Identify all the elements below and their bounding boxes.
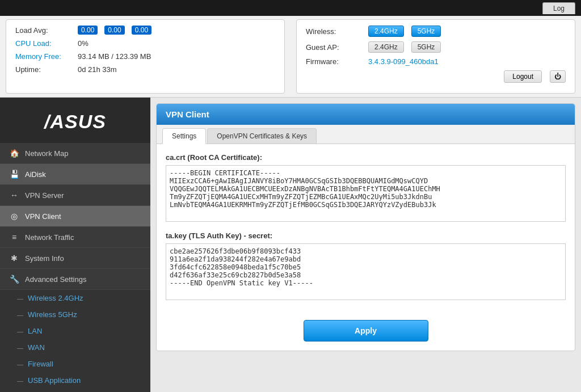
sidebar-sub-item-lan[interactable]: — LAN	[0, 323, 150, 339]
wrench-icon: 🔧	[9, 275, 19, 284]
sub-dash-icon: —	[17, 311, 23, 318]
top-bar: Log	[0, 0, 581, 16]
logout-button[interactable]: Logout	[504, 70, 542, 83]
traffic-icon: ≡	[9, 233, 19, 242]
sidebar-item-vpn-client[interactable]: ◎ VPN Client	[0, 206, 150, 227]
ca-cert-textarea[interactable]	[166, 165, 566, 222]
sidebar-sub-item-usb-application[interactable]: — USB Application	[0, 372, 150, 389]
vpn-client-icon: ◎	[9, 212, 19, 221]
cpu-row: CPU Load: 0%	[15, 39, 275, 48]
sidebar-sub-item-firewall[interactable]: — Firewall	[0, 356, 150, 372]
ta-key-label: ta.key (TLS Auth Key) - secret:	[166, 231, 566, 240]
sidebar-sub-item-label: USB Application	[28, 376, 81, 385]
guest-ap-row: Guest AP: 2.4GHz 5GHz	[306, 41, 566, 53]
sidebar-item-network-map[interactable]: 🏠 Network Map	[0, 143, 150, 164]
guest-ap-label: Guest AP:	[306, 43, 363, 52]
wireless-5-button[interactable]: 5GHz	[411, 26, 441, 37]
sidebar-item-advanced-settings[interactable]: 🔧 Advanced Settings	[0, 269, 150, 290]
apply-button[interactable]: Apply	[304, 320, 428, 342]
sidebar-sub-item-label: LAN	[28, 327, 42, 335]
content-area: VPN Client Settings OpenVPN Certificates…	[150, 98, 581, 392]
disk-icon: 💾	[9, 170, 19, 179]
content-panel: VPN Client Settings OpenVPN Certificates…	[156, 103, 575, 351]
apply-btn-wrap: Apply	[157, 311, 575, 351]
sidebar-item-system-info[interactable]: ✱ System Info	[0, 248, 150, 269]
uptime-value: 0d 21h 33m	[78, 65, 117, 74]
sidebar-sub-item-wireless-5[interactable]: — Wireless 5GHz	[0, 306, 150, 323]
sidebar-item-network-traffic[interactable]: ≡ Network Traffic	[0, 227, 150, 248]
cpu-value: 0%	[78, 39, 89, 48]
sidebar-item-vpn-server[interactable]: ↔ VPN Server	[0, 185, 150, 206]
sidebar-sub-item-wireless-24[interactable]: — Wireless 2.4GHz	[0, 290, 150, 306]
sidebar-item-label: System Info	[25, 254, 64, 263]
sidebar-sub-item-label: Firewall	[28, 360, 53, 368]
page-title: VPN Client	[157, 104, 575, 125]
firmware-row: Firmware: 3.4.3.9-099_460bda1	[306, 57, 566, 66]
load-badge-1: 0.00	[78, 26, 98, 35]
panel-body: ca.crt (Root CA Certificate): ta.key (TL…	[157, 144, 575, 311]
memory-row: Memory Free: 93.14 MB / 123.39 MB	[15, 52, 275, 61]
uptime-label: Uptime:	[15, 65, 72, 74]
sidebar-sub-item-label: Wireless 2.4GHz	[28, 294, 83, 302]
home-icon: 🏠	[9, 149, 19, 158]
tab-openvpn-certs[interactable]: OpenVPN Certificates & Keys	[207, 128, 317, 144]
memory-label[interactable]: Memory Free:	[15, 52, 72, 61]
tabs-bar: Settings OpenVPN Certificates & Keys	[157, 125, 575, 144]
sub-dash-icon: —	[17, 361, 23, 368]
load-avg-label: Load Avg:	[15, 26, 72, 35]
status-bar: Load Avg: 0.00 0.00 0.00 CPU Load: 0% Me…	[0, 16, 581, 98]
status-left-panel: Load Avg: 0.00 0.00 0.00 CPU Load: 0% Me…	[6, 19, 285, 94]
sub-dash-icon: —	[17, 328, 23, 335]
info-icon: ✱	[9, 254, 19, 263]
sidebar-sub-item-label: Wireless 5GHz	[28, 310, 77, 319]
sidebar-item-label: Network Map	[25, 149, 69, 158]
sidebar-item-label: Advanced Settings	[25, 275, 86, 284]
wireless-row: Wireless: 2.4GHz 5GHz	[306, 26, 566, 37]
logout-row: Logout ⏻	[306, 70, 566, 83]
load-avg-row: Load Avg: 0.00 0.00 0.00	[15, 26, 275, 35]
sidebar-item-aidisk[interactable]: 💾 AiDisk	[0, 164, 150, 185]
wireless-label: Wireless:	[306, 27, 363, 36]
sub-dash-icon: —	[17, 344, 23, 351]
asus-logo-text: /ASUS	[44, 111, 106, 133]
ta-key-textarea[interactable]	[166, 243, 566, 300]
main-layout: /ASUS 🏠 Network Map 💾 AiDisk ↔ VPN Serve…	[0, 98, 581, 392]
asus-logo: /ASUS	[0, 98, 150, 143]
vpn-server-icon: ↔	[9, 191, 19, 200]
sidebar-sub-item-wan[interactable]: — WAN	[0, 339, 150, 356]
sidebar-item-label: VPN Server	[25, 191, 64, 200]
firmware-link[interactable]: 3.4.3.9-099_460bda1	[368, 57, 439, 66]
cpu-label[interactable]: CPU Load:	[15, 39, 72, 48]
sidebar-sub-item-label: WAN	[28, 343, 45, 352]
status-right-panel: Wireless: 2.4GHz 5GHz Guest AP: 2.4GHz 5…	[296, 19, 575, 94]
log-tab[interactable]: Log	[542, 2, 575, 14]
sub-dash-icon: —	[17, 377, 23, 384]
memory-value: 93.14 MB / 123.39 MB	[78, 52, 151, 61]
sidebar-item-label: VPN Client	[25, 212, 61, 221]
power-button[interactable]: ⏻	[550, 70, 566, 83]
ca-cert-label: ca.crt (Root CA Certificate):	[166, 153, 566, 162]
sidebar: /ASUS 🏠 Network Map 💾 AiDisk ↔ VPN Serve…	[0, 98, 150, 392]
guest-ap-24-button[interactable]: 2.4GHz	[368, 41, 404, 53]
wireless-24-button[interactable]: 2.4GHz	[368, 26, 404, 37]
load-badge-2: 0.00	[104, 26, 124, 35]
sidebar-sub-item-administration[interactable]: — Administration	[0, 389, 150, 392]
firmware-label: Firmware:	[306, 57, 363, 66]
tab-settings[interactable]: Settings	[162, 128, 206, 144]
guest-ap-5-button[interactable]: 5GHz	[411, 41, 441, 53]
sub-dash-icon: —	[17, 295, 23, 302]
sidebar-sub-menu: — Wireless 2.4GHz — Wireless 5GHz — LAN …	[0, 290, 150, 392]
uptime-row: Uptime: 0d 21h 33m	[15, 65, 275, 74]
sidebar-item-label: Network Traffic	[25, 233, 74, 242]
sidebar-item-label: AiDisk	[25, 170, 46, 179]
load-badge-3: 0.00	[132, 26, 151, 35]
